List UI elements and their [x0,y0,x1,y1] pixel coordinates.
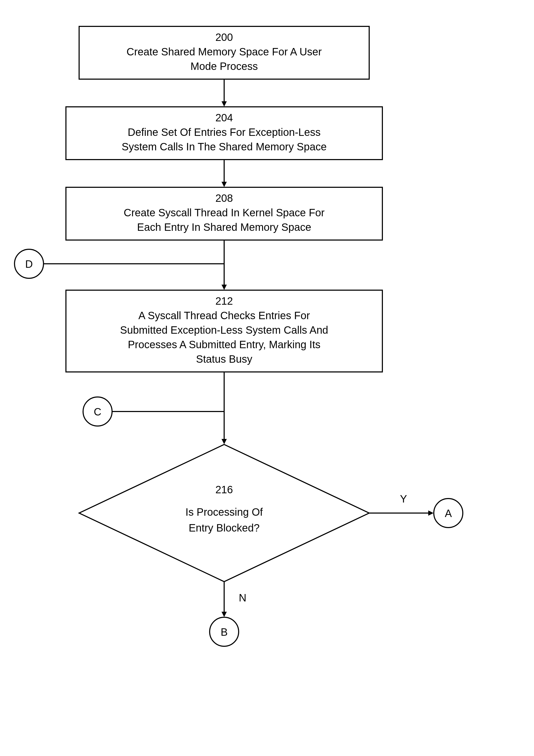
connector-b-label: B [221,626,228,638]
step-204-l2: System Calls In The Shared Memory Space [121,141,327,152]
connector-d-label: D [25,258,33,270]
step-200-l2: Mode Process [190,60,258,72]
step-208-l2: Each Entry In Shared Memory Space [137,221,311,233]
step-204-l1: Define Set Of Entries For Exception-Less [128,126,320,138]
step-204-num: 204 [215,112,233,123]
step-200-l1: Create Shared Memory Space For A User [126,46,322,58]
step-212-l3: Processes A Submitted Entry, Marking Its [128,339,321,350]
decision-216-l2: Entry Blocked? [189,522,259,534]
step-212-num: 212 [215,295,233,307]
decision-216-l1: Is Processing Of [185,506,263,518]
step-212-l1: A Syscall Thread Checks Entries For [139,310,310,321]
step-212-l2: Submitted Exception-Less System Calls An… [120,324,328,336]
label-y: Y [400,493,407,505]
connector-c-label: C [94,406,101,418]
step-208-l1: Create Syscall Thread In Kernel Space Fo… [124,207,325,218]
step-212-l4: Status Busy [196,353,252,365]
label-n: N [239,592,247,604]
connector-a-label: A [445,507,452,519]
decision-216-num: 216 [215,484,233,495]
step-200-num: 200 [215,31,233,43]
step-208-num: 208 [215,192,233,204]
